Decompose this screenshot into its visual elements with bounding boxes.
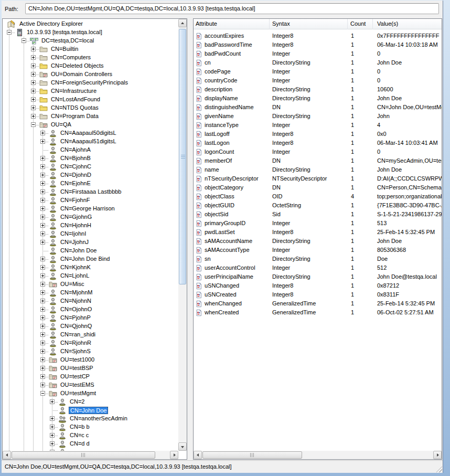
tree-item[interactable]: CN=NjohnN <box>3 297 178 305</box>
tree-expander-plus[interactable] <box>31 64 36 68</box>
column-header-count[interactable]: Count <box>348 19 373 29</box>
column-header-values[interactable]: Value(s) <box>373 19 442 29</box>
column-header-attribute[interactable]: Attribute <box>194 19 270 29</box>
tree-expander-plus[interactable] <box>40 299 45 303</box>
attribute-row[interactable]: objectGUIDOctetString1{7F1E3B8C-3D90-47B… <box>194 201 442 210</box>
tree-item[interactable]: OU=test1000 <box>3 356 178 364</box>
attribute-row[interactable]: cnDirectoryString1John Doe <box>194 58 442 67</box>
scroll-left-button[interactable] <box>194 451 202 459</box>
tree-expander-minus[interactable] <box>7 30 12 35</box>
tree-expander-plus[interactable] <box>50 425 55 429</box>
tree-item[interactable]: CN=LostAndFound <box>3 96 178 104</box>
attribute-row[interactable]: objectCategoryDN1CN=Person,CN=Schema,CN <box>194 183 442 192</box>
tree-item[interactable]: CN=AjohnA <box>3 146 178 154</box>
tree-item[interactable]: CN=HjohnH <box>3 221 178 230</box>
resize-grip[interactable] <box>435 466 442 472</box>
attributes-horizontal-scrollbar[interactable] <box>194 451 442 459</box>
attribute-row[interactable]: displayNameDirectoryString1John Doe <box>194 94 442 103</box>
tree-item[interactable]: CN=Program Data <box>3 112 178 121</box>
attribute-row[interactable]: pwdLastSetInteger8125-Feb-14 5:32:45 PM <box>194 228 442 237</box>
tree-expander-minus[interactable] <box>31 122 36 127</box>
tree-item[interactable]: OU=QA <box>3 121 178 129</box>
tree-expander-plus[interactable] <box>40 139 45 144</box>
tree-item[interactable]: CN=ran_shidi <box>3 331 178 339</box>
attribute-row[interactable]: codePageInteger10 <box>194 67 442 76</box>
scroll-right-button[interactable] <box>170 451 178 459</box>
tree-item[interactable]: OU=Domain Controllers <box>3 70 178 79</box>
attribute-row[interactable]: lastLogonInteger8106-Mar-14 10:03:41 AM <box>194 139 442 147</box>
tree-item[interactable]: CN=John Doe <box>3 406 178 415</box>
tree-vertical-scroll-thumb[interactable] <box>179 29 186 284</box>
tree-horizontal-scroll-thumb[interactable] <box>12 451 155 459</box>
tree-item[interactable]: CN=GjohnG <box>3 213 178 221</box>
attribute-row[interactable]: whenCreatedGeneralizedTime106-Oct-02 5:2… <box>194 308 442 317</box>
tree-expander-plus[interactable] <box>50 416 55 421</box>
tree-expander-plus[interactable] <box>40 332 45 337</box>
tree-item[interactable]: CN=PjohnP <box>3 314 178 322</box>
tree-expander-plus[interactable] <box>50 433 55 438</box>
tree-item[interactable]: CN=OjohnO <box>3 305 178 314</box>
tree-item[interactable]: CN=RjohnR <box>3 339 178 347</box>
tree-expander-plus[interactable] <box>40 257 45 261</box>
tree-item[interactable]: CN=MjohnM <box>3 289 178 297</box>
tree-expander-plus[interactable] <box>31 114 36 119</box>
tree-item[interactable]: CN=Firstaaaa Lastbbbb <box>3 188 178 196</box>
tree-expander-plus[interactable] <box>31 47 36 51</box>
tree-expander-plus[interactable] <box>40 374 45 379</box>
tree-expander-plus[interactable] <box>31 97 36 102</box>
tree-expander-plus[interactable] <box>40 383 45 387</box>
tree-expander-plus[interactable] <box>40 349 45 354</box>
tree-item[interactable]: CN=SjohnS <box>3 347 178 356</box>
tree-item[interactable]: CN=NTDS Quotas <box>3 104 178 112</box>
attribute-row[interactable]: userAccountControlInteger1512 <box>194 263 442 272</box>
tree-item[interactable]: OU=testBSP <box>3 364 178 373</box>
tree-item[interactable]: Active Directory Explorer <box>3 20 178 28</box>
tree-expander-plus[interactable] <box>40 189 45 194</box>
tree-item[interactable]: CN=EjohnE <box>3 179 178 188</box>
tree-item[interactable]: CN=QjohnQ <box>3 322 178 331</box>
tree-expander-plus[interactable] <box>40 156 45 161</box>
tree-item[interactable]: CN=LjohnL <box>3 272 178 280</box>
tree-expander-plus[interactable] <box>31 89 36 93</box>
scroll-down-button[interactable] <box>178 442 187 451</box>
tree-item[interactable]: CN=Infrastructure <box>3 87 178 96</box>
tree-expander-plus[interactable] <box>40 181 45 186</box>
tree-item[interactable]: CN=John Doe <box>3 247 178 255</box>
attribute-row[interactable]: snDirectoryString1Doe <box>194 255 442 263</box>
attributes-horizontal-scroll-thumb[interactable] <box>202 451 302 459</box>
attribute-row[interactable]: userPrincipalNameDirectoryString1John Do… <box>194 272 442 281</box>
tree-expander-plus[interactable] <box>40 240 45 245</box>
tree-item[interactable]: DC=testqa,DC=local <box>3 37 178 45</box>
tree-item[interactable]: CN=anotherSecAdmin <box>3 415 178 423</box>
tree-item[interactable]: CN=b b <box>3 423 178 431</box>
attribute-row[interactable]: uSNCreatedInteger810x8311F <box>194 290 442 299</box>
attribute-row[interactable]: givenNameDirectoryString1John <box>194 112 442 121</box>
tree-expander-minus[interactable] <box>22 38 26 43</box>
tree-item[interactable]: CN=KjohnK <box>3 263 178 272</box>
tree-expander-plus[interactable] <box>40 206 45 211</box>
attribute-row[interactable]: primaryGroupIDInteger1513 <box>194 219 442 228</box>
attribute-row[interactable]: lastLogoffInteger810x0 <box>194 130 442 139</box>
tree-expander-plus[interactable] <box>40 164 45 169</box>
tree-item[interactable]: CN=c c <box>3 431 178 440</box>
tree-item[interactable]: CN=ForeignSecurityPrincipals <box>3 79 178 87</box>
tree-expander-plus[interactable] <box>40 273 45 278</box>
tree-expander-plus[interactable] <box>50 399 55 404</box>
tree-expander-plus[interactable] <box>40 307 45 312</box>
tree-expander-plus[interactable] <box>40 357 45 362</box>
tree-item[interactable]: CN=DjohnD <box>3 171 178 179</box>
tree-expander-plus[interactable] <box>40 223 45 228</box>
tree-expander-plus[interactable] <box>40 341 45 345</box>
attribute-row[interactable]: objectSidSid1S-1-5-21-2341986137-2970 <box>194 210 442 219</box>
tree-item[interactable]: CN=2 <box>3 398 178 406</box>
scroll-up-button[interactable] <box>178 19 187 27</box>
tree-expander-plus[interactable] <box>31 72 36 77</box>
scroll-left-button[interactable] <box>3 451 11 459</box>
attribute-row[interactable]: countryCodeInteger10 <box>194 76 442 85</box>
attribute-row[interactable]: badPwdCountInteger10 <box>194 49 442 58</box>
tree-horizontal-scrollbar[interactable] <box>3 451 178 459</box>
tree-expander-minus[interactable] <box>40 391 45 396</box>
tree-expander-plus[interactable] <box>40 215 45 219</box>
attribute-row[interactable]: objectClassOID4top;person;organizational… <box>194 192 442 201</box>
tree-item[interactable]: CN=Aaapaul51digitsL <box>3 137 178 146</box>
